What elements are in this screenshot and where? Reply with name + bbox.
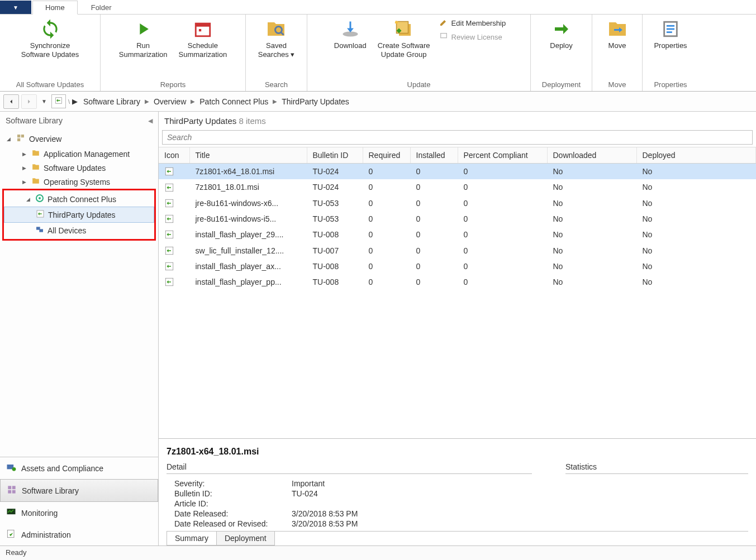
- crumb-0[interactable]: Software Library: [83, 97, 140, 106]
- cell-title: jre-8u161-windows-x6...: [189, 195, 307, 211]
- tab-deployment[interactable]: Deployment: [216, 532, 275, 545]
- properties-button[interactable]: Properties: [648, 16, 692, 52]
- forward-button[interactable]: [21, 94, 37, 109]
- group-reports: Reports: [103, 79, 243, 91]
- wunder-administration[interactable]: Administration: [0, 524, 158, 545]
- expander-icon[interactable]: ▶: [22, 179, 28, 185]
- col-required[interactable]: Required: [363, 147, 410, 164]
- collapse-icon[interactable]: ◀: [148, 117, 153, 125]
- cell-bulletin: TU-024: [307, 164, 363, 180]
- svg-rect-2: [199, 29, 201, 31]
- deploy-button[interactable]: Deploy: [544, 16, 578, 52]
- expander-icon[interactable]: ◢: [7, 136, 12, 142]
- cell-required: 0: [363, 179, 410, 195]
- cell-required: 0: [363, 274, 410, 290]
- tab-home[interactable]: Home: [32, 1, 78, 15]
- move-button[interactable]: Move: [601, 16, 634, 52]
- table-row[interactable]: install_flash_player_29....TU-008000NoNo: [159, 227, 756, 242]
- table-row[interactable]: install_flash_player_pp...TU-008000NoNo: [159, 274, 756, 290]
- col-icon[interactable]: Icon: [159, 147, 189, 164]
- cell-installed: 0: [410, 211, 458, 227]
- tree-software-updates[interactable]: ▶ Software Updates: [0, 161, 158, 175]
- table-row[interactable]: sw_lic_full_installer_12....TU-007000NoN…: [159, 242, 756, 258]
- crumb-2[interactable]: Patch Connect Plus: [199, 97, 268, 106]
- search-input[interactable]: [162, 130, 753, 145]
- svg-rect-26: [8, 490, 11, 494]
- detail-label: Bulletin ID:: [174, 489, 292, 498]
- col-percent[interactable]: Percent Compliant: [458, 147, 547, 164]
- edit-membership-button[interactable]: Edit Membership: [439, 18, 506, 28]
- cell-required: 0: [363, 211, 410, 227]
- detail-label: Date Released or Revised:: [174, 519, 292, 528]
- cell-downloaded: No: [547, 179, 636, 195]
- table-row[interactable]: jre-8u161-windows-i5...TU-053000NoNo: [159, 211, 756, 227]
- admin-icon: [6, 528, 17, 541]
- tree-operating-systems[interactable]: ▶ Operating Systems: [0, 175, 158, 189]
- cell-downloaded: No: [547, 227, 636, 242]
- nav-tree: ◢ Overview ▶ Application Management ▶ So…: [0, 130, 158, 457]
- schedule-summarization-button[interactable]: Schedule Summarization: [173, 16, 233, 61]
- col-deployed[interactable]: Deployed: [636, 147, 756, 164]
- svg-rect-25: [12, 486, 16, 489]
- cell-title: sw_lic_full_installer_12....: [189, 242, 307, 258]
- table-row[interactable]: 7z1801-x64_18.01.msiTU-024000NoNo: [159, 164, 756, 180]
- crumb-3[interactable]: ThirdParty Updates: [282, 97, 349, 106]
- group-update: Update: [310, 79, 528, 91]
- tree-thirdparty-updates[interactable]: ThirdParty Updates: [4, 207, 154, 223]
- back-button[interactable]: [3, 94, 19, 109]
- detail-label: Article ID:: [174, 499, 292, 508]
- breadcrumb: Software Library▶ Overview▶ Patch Connec…: [83, 97, 349, 106]
- history-dropdown-icon[interactable]: ▼: [39, 98, 49, 104]
- wunder-monitoring[interactable]: Monitoring: [0, 502, 158, 524]
- download-button[interactable]: Download: [329, 16, 372, 52]
- create-update-group-button[interactable]: Create Software Update Group: [372, 16, 436, 61]
- cell-downloaded: No: [547, 242, 636, 258]
- expander-icon[interactable]: ▶: [22, 165, 28, 171]
- wunder-software-library[interactable]: Software Library: [0, 479, 158, 502]
- sync-icon: [39, 18, 61, 40]
- cell-title: install_flash_player_ax...: [189, 259, 307, 274]
- pencil-icon: [439, 18, 448, 28]
- col-downloaded[interactable]: Downloaded: [547, 147, 636, 164]
- expander-icon[interactable]: ◢: [26, 197, 32, 202]
- row-icon: [159, 242, 189, 258]
- svg-rect-14: [17, 135, 20, 137]
- detail-section-header: Detail: [167, 462, 532, 474]
- col-title[interactable]: Title: [189, 147, 307, 164]
- cell-bulletin: TU-053: [307, 211, 363, 227]
- calendar-icon: [192, 18, 214, 40]
- expander-icon[interactable]: ▶: [22, 151, 28, 157]
- tree-all-devices[interactable]: All Devices: [4, 223, 154, 238]
- app-menu-button[interactable]: ▼: [0, 1, 31, 14]
- col-bulletin[interactable]: Bulletin ID: [307, 147, 363, 164]
- tab-summary[interactable]: Summary: [167, 532, 217, 545]
- sync-label: Synchronize Software Updates: [21, 41, 79, 59]
- tree-overview[interactable]: ◢ Overview: [0, 131, 158, 147]
- tree-app-mgmt[interactable]: ▶ Application Management: [0, 147, 158, 161]
- cell-bulletin: TU-008: [307, 259, 363, 274]
- svg-rect-21: [39, 229, 43, 232]
- detail-value: 3/20/2018 8:53 PM: [292, 519, 358, 528]
- detail-label: Date Released:: [174, 509, 292, 518]
- cell-bulletin: TU-024: [307, 179, 363, 195]
- table-row[interactable]: install_flash_player_ax...TU-008000NoNo: [159, 259, 756, 274]
- folder-icon: [31, 163, 40, 173]
- row-icon: [159, 195, 189, 211]
- col-installed[interactable]: Installed: [410, 147, 458, 164]
- review-license-button[interactable]: Review License: [439, 32, 506, 42]
- wunder-assets[interactable]: Assets and Compliance: [0, 457, 158, 479]
- detail-label: Severity:: [174, 479, 292, 488]
- saved-searches-button[interactable]: Saved Searches ▾: [253, 16, 301, 61]
- sync-updates-button[interactable]: Synchronize Software Updates: [16, 16, 84, 61]
- detail-value: TU-024: [292, 489, 318, 498]
- table-row[interactable]: jre-8u161-windows-x6...TU-053000NoNo: [159, 195, 756, 211]
- tab-folder[interactable]: Folder: [79, 1, 124, 14]
- svg-rect-1: [196, 23, 210, 27]
- table-row[interactable]: 7z1801_18.01.msiTU-024000NoNo: [159, 179, 756, 195]
- cell-percent: 0: [458, 164, 547, 180]
- tree-patch-connect-plus[interactable]: ◢ Patch Connect Plus: [4, 192, 154, 207]
- crumb-1[interactable]: Overview: [154, 97, 186, 106]
- cell-required: 0: [363, 242, 410, 258]
- run-summarization-button[interactable]: Run Summarization: [113, 16, 173, 61]
- deploy-icon: [550, 18, 573, 40]
